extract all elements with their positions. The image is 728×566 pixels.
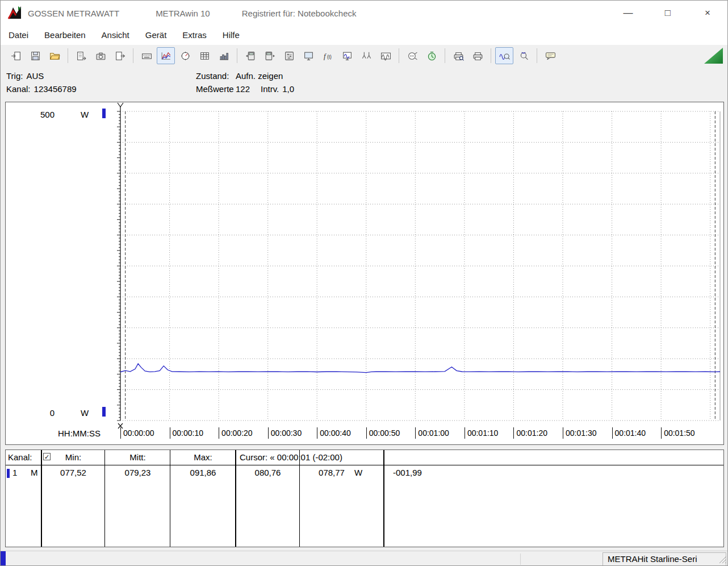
samples-status: Meßwerte122Intrv.1,0: [196, 84, 294, 94]
pc-monitor-button[interactable]: [338, 47, 356, 64]
export-text-icon: [76, 51, 87, 61]
trigger-value: AUS: [26, 71, 44, 81]
status-bar: METRAHit Starline-Seri: [1, 551, 727, 566]
mean-value-cell: 079,23: [106, 468, 170, 477]
function-button[interactable]: f(t): [319, 47, 337, 64]
terminal-icon: [141, 51, 152, 61]
resize-grip[interactable]: [719, 556, 727, 566]
device-monitor-icon: [303, 51, 314, 61]
plot-area[interactable]: [114, 102, 725, 444]
waveform-icon: [380, 51, 391, 61]
x-axis-tick-label: 00:01:40: [612, 427, 646, 439]
channel-color-marker-bottom: [102, 407, 106, 417]
import-file-button[interactable]: [7, 47, 25, 64]
toolbar-separator: [237, 48, 237, 63]
menu-ansicht[interactable]: Ansicht: [94, 26, 137, 45]
toolbar-separator: [445, 48, 445, 63]
x-axis-tick-label: 00:00:50: [366, 427, 400, 439]
min-value-cell: 077,52: [42, 468, 104, 477]
device-upload-button[interactable]: [261, 47, 279, 64]
menu-datei[interactable]: Datei: [1, 26, 36, 45]
minimize-button[interactable]: —: [608, 1, 648, 26]
import-file-icon: [11, 51, 22, 61]
function-icon: f(t): [323, 51, 333, 61]
toolbar: f(t): [1, 45, 727, 66]
analog-meter-view-button[interactable]: [176, 47, 194, 64]
device-settings-icon: [284, 51, 295, 61]
trigger-status: Trig:AUS: [6, 71, 44, 81]
channel-value: 123456789: [34, 84, 77, 94]
zoom-signal-icon: [499, 51, 510, 61]
max-column-header: Max:: [171, 452, 235, 462]
line-chart-view-button[interactable]: [157, 47, 175, 64]
open-folder-icon: [49, 51, 60, 61]
statusbar-channel-indicator: [1, 551, 6, 566]
table-column-divider: [170, 450, 170, 547]
camera-snapshot-icon: [95, 51, 106, 61]
toolbar-separator: [537, 48, 537, 63]
print-button[interactable]: [468, 47, 487, 64]
table-header-divider: [6, 465, 723, 465]
measurement-table: Kanal: ✓ Min: Mitt: Max: Cursor: « 00:00…: [5, 450, 724, 547]
menu-bearbeiten[interactable]: Bearbeiten: [36, 26, 94, 45]
statusbar-divider: [520, 553, 521, 565]
table-column-divider: [41, 450, 42, 547]
annotation-button[interactable]: [541, 47, 559, 64]
menu-geraet[interactable]: Gerät: [137, 26, 175, 45]
maximize-button[interactable]: □: [648, 1, 688, 26]
cursor-column-header: Cursor: « 00:00:01 (-02:00): [240, 452, 342, 462]
zoom-mode-button[interactable]: [514, 47, 533, 64]
histogram-view-icon: [219, 51, 229, 61]
save-file-icon: [30, 51, 41, 61]
zoom-signal-button[interactable]: [495, 47, 513, 64]
toolbar-separator: [399, 48, 399, 63]
save-file-button[interactable]: [26, 47, 44, 64]
device-settings-button[interactable]: [280, 47, 298, 64]
y-axis-max-label: 500: [34, 110, 55, 119]
probe-icon: [361, 51, 372, 61]
close-button[interactable]: ×: [688, 1, 727, 26]
min-column-header: Min:: [42, 452, 104, 462]
channel-status: Kanal:123456789: [6, 84, 77, 94]
chart-region: 500 W 0 W HH:MM:SS 00:00:0000:00:1000:00…: [5, 102, 724, 445]
menu-extras[interactable]: Extras: [174, 26, 215, 45]
pc-monitor-icon: [342, 51, 353, 61]
gossen-metrawatt-logo-icon: [7, 5, 22, 21]
window-controls: — □ ×: [608, 1, 727, 26]
device-connect-button[interactable]: [241, 47, 260, 64]
probe-button[interactable]: [357, 47, 375, 64]
table-view-button[interactable]: [195, 47, 214, 64]
toolbar-separator: [491, 48, 491, 63]
timer-record-button[interactable]: [422, 47, 441, 64]
channel-label: Kanal:: [6, 84, 31, 94]
x-axis-tick-label: 00:01:20: [513, 427, 547, 439]
app-window: GOSSEN METRAWATT METRAwin 10 Registriert…: [0, 0, 728, 566]
device-monitor-button[interactable]: [299, 47, 317, 64]
x-axis-tick-label: 00:00:40: [317, 427, 351, 439]
histogram-view-button[interactable]: [215, 47, 233, 64]
toolbar-separator: [68, 48, 68, 63]
open-folder-button[interactable]: [45, 47, 64, 64]
camera-snapshot-button[interactable]: [91, 47, 110, 64]
waveform-button[interactable]: [376, 47, 395, 64]
export-text-button[interactable]: [72, 47, 90, 64]
unit-cell: W: [354, 468, 362, 477]
table-column-divider: [383, 450, 384, 547]
x-axis-tick-label: 00:00:00: [120, 427, 154, 439]
samples-label: Meßwerte: [196, 84, 236, 94]
channel-mode-cell: M: [31, 468, 38, 477]
export-file-button[interactable]: [111, 47, 129, 64]
y-axis-unit-top: W: [81, 110, 89, 119]
device-connect-icon: [245, 51, 256, 61]
channel-column-header: Kanal:: [8, 452, 32, 462]
channel-color-marker-top: [102, 109, 106, 118]
terminal-button[interactable]: [137, 47, 156, 64]
table-view-icon: [199, 51, 210, 61]
menu-hilfe[interactable]: Hilfe: [215, 26, 248, 45]
titlebar-registration: Registriert für: Notebookcheck: [242, 9, 357, 18]
line-chart-view-icon: [161, 51, 171, 61]
timer-record-icon: [426, 51, 437, 61]
zoom-mode-icon: [518, 51, 529, 61]
print-preview-button[interactable]: [449, 47, 467, 64]
power-measure-button[interactable]: [403, 47, 421, 64]
